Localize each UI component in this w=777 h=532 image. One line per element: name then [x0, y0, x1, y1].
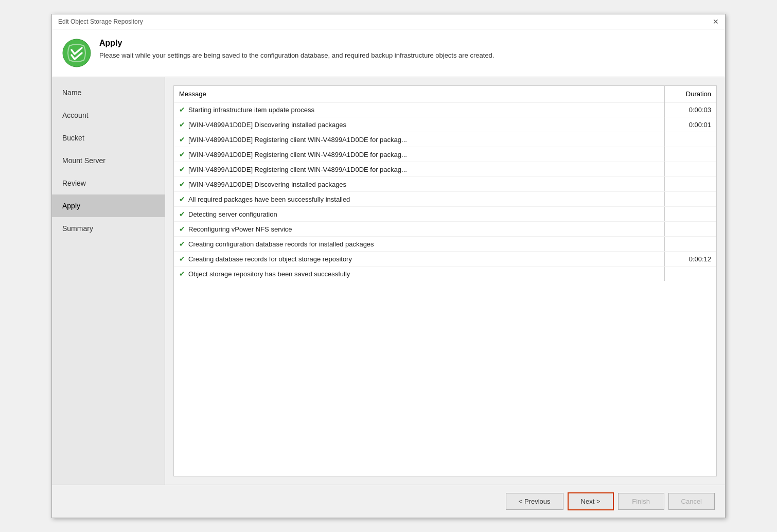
success-icon: ✔ [179, 195, 185, 203]
row-duration-9 [665, 241, 716, 247]
table-row: ✔Detecting server configuration [174, 207, 716, 222]
row-duration-0: 0:00:03 [665, 103, 716, 117]
log-rows: ✔Starting infrastructure item update pro… [174, 102, 716, 476]
sidebar-item-name[interactable]: Name [52, 81, 165, 104]
success-icon: ✔ [179, 150, 185, 158]
row-duration-8 [665, 226, 716, 232]
row-duration-4 [665, 166, 716, 172]
row-message-text: Object storage repository has been saved… [188, 270, 350, 278]
row-message-5: ✔[WIN-V4899A1D0DE] Discovering installed… [174, 177, 665, 191]
success-icon: ✔ [179, 120, 185, 129]
row-message-6: ✔All required packages have been success… [174, 192, 665, 206]
col-message-header: Message [174, 86, 665, 102]
success-icon: ✔ [179, 210, 185, 218]
row-message-3: ✔[WIN-V4899A1D0DE] Registering client WI… [174, 147, 665, 162]
row-message-text: Creating database records for object sto… [188, 255, 352, 263]
table-row: ✔[WIN-V4899A1D0DE] Discovering installed… [174, 117, 716, 132]
row-message-11: ✔Object storage repository has been save… [174, 267, 665, 281]
row-message-text: Starting infrastructure item update proc… [188, 106, 314, 114]
cancel-button: Cancel [668, 493, 715, 510]
sidebar-item-summary[interactable]: Summary [52, 217, 165, 240]
row-message-4: ✔[WIN-V4899A1D0DE] Registering client WI… [174, 162, 665, 176]
sidebar-item-mount-server[interactable]: Mount Server [52, 149, 165, 172]
row-message-text: Reconfiguring vPower NFS service [188, 225, 292, 233]
success-icon: ✔ [179, 225, 185, 233]
titlebar: Edit Object Storage Repository ✕ [52, 14, 725, 29]
row-message-10: ✔Creating database records for object st… [174, 252, 665, 266]
sidebar-item-apply[interactable]: Apply [52, 194, 165, 217]
sidebar: NameAccountBucketMount ServerReviewApply… [52, 77, 165, 485]
table-row: ✔Object storage repository has been save… [174, 267, 716, 281]
header-section: Apply Please wait while your settings ar… [52, 29, 725, 77]
table-row: ✔All required packages have been success… [174, 192, 716, 207]
row-message-text: [WIN-V4899A1D0DE] Registering client WIN… [188, 136, 407, 144]
row-message-text: Detecting server configuration [188, 210, 277, 218]
row-message-2: ✔[WIN-V4899A1D0DE] Registering client WI… [174, 132, 665, 147]
success-icon: ✔ [179, 105, 185, 114]
table-row: ✔[WIN-V4899A1D0DE] Registering client WI… [174, 132, 716, 147]
success-icon: ✔ [179, 255, 185, 263]
table-row: ✔Reconfiguring vPower NFS service [174, 222, 716, 237]
sidebar-item-bucket[interactable]: Bucket [52, 127, 165, 149]
dialog-title: Edit Object Storage Repository [58, 18, 143, 25]
row-message-text: Creating configuration database records … [188, 240, 374, 248]
main-content: Message Duration ✔Starting infrastructur… [165, 77, 725, 485]
success-icon: ✔ [179, 165, 185, 173]
row-duration-10: 0:00:12 [665, 252, 716, 266]
header-description: Please wait while your settings are bein… [99, 51, 494, 60]
row-duration-2 [665, 136, 716, 143]
table-row: ✔Starting infrastructure item update pro… [174, 102, 716, 117]
sidebar-item-review[interactable]: Review [52, 172, 165, 194]
table-row: ✔[WIN-V4899A1D0DE] Registering client WI… [174, 162, 716, 177]
row-message-9: ✔Creating configuration database records… [174, 237, 665, 251]
row-message-text: [WIN-V4899A1D0DE] Discovering installed … [188, 181, 346, 188]
header-text: Apply Please wait while your settings ar… [99, 39, 494, 60]
success-icon: ✔ [179, 180, 185, 188]
close-icon[interactable]: ✕ [713, 17, 719, 26]
table-header: Message Duration [174, 86, 716, 102]
success-icon: ✔ [179, 270, 185, 278]
success-icon: ✔ [179, 135, 185, 144]
header-title: Apply [99, 39, 494, 48]
row-message-0: ✔Starting infrastructure item update pro… [174, 102, 665, 117]
row-message-7: ✔Detecting server configuration [174, 207, 665, 221]
row-message-text: [WIN-V4899A1D0DE] Registering client WIN… [188, 166, 407, 173]
row-message-text: [WIN-V4899A1D0DE] Discovering installed … [188, 121, 346, 129]
row-duration-11 [665, 271, 716, 277]
log-table: Message Duration ✔Starting infrastructur… [173, 85, 717, 476]
row-duration-3 [665, 151, 716, 157]
body-section: NameAccountBucketMount ServerReviewApply… [52, 77, 725, 485]
finish-button: Finish [618, 493, 664, 510]
main-dialog: Edit Object Storage Repository ✕ Apply P… [51, 14, 726, 518]
app-logo [62, 39, 91, 67]
previous-button[interactable]: < Previous [506, 493, 563, 510]
success-icon: ✔ [179, 240, 185, 248]
table-row: ✔Creating configuration database records… [174, 237, 716, 252]
table-row: ✔Creating database records for object st… [174, 252, 716, 267]
row-duration-5 [665, 181, 716, 187]
row-message-1: ✔[WIN-V4899A1D0DE] Discovering installed… [174, 117, 665, 132]
table-row: ✔[WIN-V4899A1D0DE] Registering client WI… [174, 147, 716, 162]
footer: < Previous Next > Finish Cancel [52, 485, 725, 518]
table-row: ✔[WIN-V4899A1D0DE] Discovering installed… [174, 177, 716, 192]
row-message-text: [WIN-V4899A1D0DE] Registering client WIN… [188, 151, 407, 158]
sidebar-item-account[interactable]: Account [52, 104, 165, 127]
row-message-8: ✔Reconfiguring vPower NFS service [174, 222, 665, 236]
col-duration-header: Duration [665, 86, 716, 102]
next-button[interactable]: Next > [568, 492, 614, 510]
row-message-text: All required packages have been successf… [188, 196, 350, 203]
row-duration-1: 0:00:01 [665, 118, 716, 132]
row-duration-7 [665, 211, 716, 217]
row-duration-6 [665, 196, 716, 202]
